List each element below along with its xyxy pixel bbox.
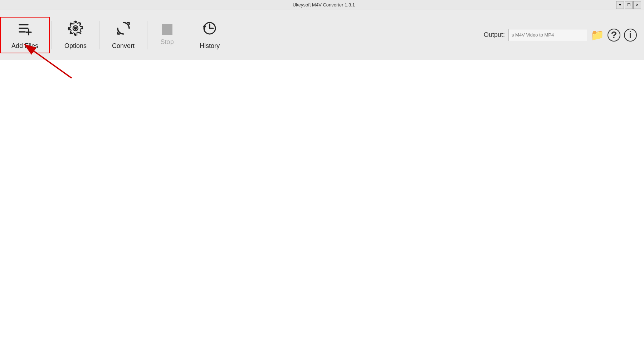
app-title: Ukeysoft M4V Converter 1.3.1: [31, 2, 616, 8]
convert-label: Convert: [112, 42, 135, 50]
history-label: History: [200, 42, 220, 50]
window-controls: ▼ ❐ ✕: [616, 1, 641, 9]
help-icon[interactable]: ?: [608, 29, 620, 42]
output-label: Output:: [484, 31, 505, 39]
gear-icon: [68, 20, 83, 39]
restore-button[interactable]: ❐: [625, 1, 633, 9]
close-button[interactable]: ✕: [633, 1, 641, 9]
output-path-input[interactable]: [508, 29, 587, 41]
add-files-label: Add Files: [11, 42, 38, 50]
toolbar-separator-1: [52, 21, 52, 49]
history-icon: [202, 20, 218, 39]
stop-label: Stop: [161, 38, 174, 46]
options-label: Options: [64, 42, 87, 50]
folder-icon[interactable]: 📁: [591, 29, 604, 41]
stop-icon: [162, 24, 172, 35]
add-files-icon: [17, 20, 33, 39]
add-files-button[interactable]: Add Files: [0, 17, 50, 53]
toolbar-separator-2: [99, 21, 99, 49]
svg-point-5: [74, 27, 77, 30]
options-button[interactable]: Options: [54, 18, 97, 53]
toolbar-separator-3: [147, 21, 147, 49]
minimize-button[interactable]: ▼: [616, 1, 624, 9]
stop-button[interactable]: Stop: [149, 21, 185, 49]
history-button[interactable]: History: [189, 18, 230, 53]
output-area: Output: 📁 ? i: [484, 29, 644, 42]
convert-icon: [116, 20, 131, 39]
main-content-area: [0, 60, 644, 358]
convert-button[interactable]: Convert: [101, 18, 145, 53]
toolbar: Add Files Options: [0, 10, 644, 60]
info-icon[interactable]: i: [624, 29, 637, 42]
toolbar-separator-4: [187, 21, 187, 49]
title-bar: Ukeysoft M4V Converter 1.3.1 ▼ ❐ ✕: [0, 0, 644, 10]
